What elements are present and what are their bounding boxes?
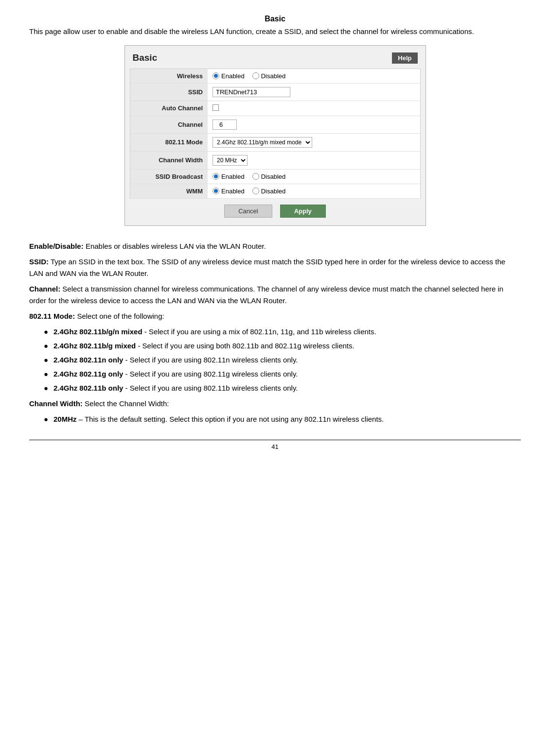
wmm-disabled-label: Disabled	[261, 188, 286, 195]
enable-disable-para: Enable/Disable: Enables or disables wire…	[29, 241, 521, 252]
ssid-broadcast-label: SSID Broadcast	[130, 169, 208, 184]
channel-width-intro-text: Select the Channel Width:	[85, 399, 169, 408]
ssid-desc-text: Type an SSID in the text box. The SSID o…	[29, 258, 505, 277]
wireless-enabled-option[interactable]: Enabled	[213, 72, 245, 80]
channel-width-option-term-0: 20MHz	[53, 415, 77, 423]
intro-text: This page allow user to enable and disab…	[29, 26, 521, 37]
wireless-enabled-radio[interactable]	[213, 72, 219, 79]
mode-option-term-3: 2.4Ghz 802.11g only	[53, 370, 123, 378]
help-button[interactable]: Help	[392, 52, 417, 64]
channel-desc-label: Channel:	[29, 285, 60, 293]
channel-value-cell	[208, 116, 420, 133]
ssid-broadcast-enabled-radio[interactable]	[213, 173, 219, 180]
wireless-value: Enabled Disabled	[208, 69, 420, 83]
wmm-enabled-radio[interactable]	[213, 188, 219, 194]
ssid-broadcast-disabled-radio[interactable]	[252, 173, 259, 180]
channel-width-value-cell: 20 MHz	[208, 151, 420, 169]
channel-label: Channel	[130, 116, 208, 133]
channel-width-options-list: 20MHz – This is the default setting. Sel…	[44, 413, 521, 425]
button-row: Cancel Apply	[130, 205, 421, 218]
ssid-broadcast-enabled-label: Enabled	[221, 173, 245, 180]
wireless-disabled-radio[interactable]	[252, 72, 259, 79]
mode-option-text-2: - Select if you are using 802.11n wirele…	[125, 356, 298, 364]
ssid-para: SSID: Type an SSID in the text box. The …	[29, 256, 521, 279]
auto-channel-label: Auto Channel	[130, 101, 208, 116]
ssid-value-cell	[208, 83, 420, 101]
panel-title: Basic	[133, 52, 158, 63]
enable-disable-label: Enable/Disable:	[29, 242, 84, 250]
mode-option-text-4: - Select if you are using 802.11b wirele…	[125, 384, 298, 392]
channel-para: Channel: Select a transmission channel f…	[29, 283, 521, 307]
ssid-desc-label: SSID:	[29, 258, 49, 266]
mode-option-term-4: 2.4Ghz 802.11b only	[53, 384, 123, 392]
mode-select[interactable]: 2.4Ghz 802.11b/g/n mixed mode	[213, 137, 312, 148]
wmm-enabled-option[interactable]: Enabled	[213, 188, 245, 195]
list-item: 2.4Ghz 802.11g only - Select if you are …	[44, 368, 521, 380]
auto-channel-value	[208, 101, 420, 116]
mode-option-text-1: - Select if you are using both 802.11b a…	[138, 342, 354, 350]
mode-option-term-2: 2.4Ghz 802.11n only	[53, 356, 123, 364]
cancel-button[interactable]: Cancel	[224, 205, 272, 218]
wmm-disabled-option[interactable]: Disabled	[252, 188, 286, 195]
channel-width-option-text-0: – This is the default setting. Select th…	[79, 415, 384, 423]
wireless-label: Wireless	[130, 69, 208, 83]
channel-width-label: Channel Width	[130, 151, 208, 169]
wmm-value: Enabled Disabled	[208, 184, 420, 198]
ssid-broadcast-value: Enabled Disabled	[208, 169, 420, 184]
wireless-disabled-label: Disabled	[261, 72, 286, 80]
list-item: 2.4Ghz 802.11b only - Select if you are …	[44, 382, 521, 394]
channel-width-para: Channel Width: Select the Channel Width:	[29, 398, 521, 410]
ssid-label: SSID	[130, 83, 208, 101]
mode-desc-label: 802.11 Mode:	[29, 312, 75, 320]
ssid-input[interactable]	[213, 87, 290, 97]
mode-para: 802.11 Mode: Select one of the following…	[29, 310, 521, 322]
mode-option-text-3: - Select if you are using 802.11g wirele…	[125, 370, 298, 378]
mode-option-text-0: - Select if you are using a mix of 802.1…	[144, 327, 376, 336]
list-item: 2.4Ghz 802.11b/g mixed - Select if you a…	[44, 340, 521, 352]
channel-desc-text: Select a transmission channel for wirele…	[29, 285, 503, 305]
ssid-broadcast-disabled-option[interactable]: Disabled	[252, 173, 286, 180]
wireless-disabled-option[interactable]: Disabled	[252, 72, 286, 80]
mode-value-cell: 2.4Ghz 802.11b/g/n mixed mode	[208, 133, 420, 151]
wmm-disabled-radio[interactable]	[252, 188, 259, 194]
wireless-enabled-label: Enabled	[221, 72, 245, 80]
mode-option-term-1: 2.4Ghz 802.11b/g mixed	[53, 342, 136, 350]
mode-option-term-0: 2.4Ghz 802.11b/g/n mixed	[53, 327, 142, 336]
channel-width-desc-label: Channel Width:	[29, 399, 83, 408]
apply-button[interactable]: Apply	[280, 205, 326, 218]
list-item: 2.4Ghz 802.11b/g/n mixed - Select if you…	[44, 326, 521, 338]
ssid-broadcast-disabled-label: Disabled	[261, 173, 286, 180]
enable-disable-text: Enables or disables wireless LAN via the…	[86, 242, 266, 250]
wmm-enabled-label: Enabled	[221, 188, 245, 195]
mode-label: 802.11 Mode	[130, 133, 208, 151]
description-section: Enable/Disable: Enables or disables wire…	[29, 241, 521, 425]
mode-options-list: 2.4Ghz 802.11b/g/n mixed - Select if you…	[44, 326, 521, 394]
wmm-label: WMM	[130, 184, 208, 198]
channel-width-select[interactable]: 20 MHz	[213, 155, 248, 166]
list-item: 20MHz – This is the default setting. Sel…	[44, 413, 521, 425]
page-number: 41	[29, 440, 521, 450]
mode-intro-text: Select one of the following:	[77, 312, 164, 320]
channel-input[interactable]	[213, 120, 237, 130]
ssid-broadcast-enabled-option[interactable]: Enabled	[213, 173, 245, 180]
list-item: 2.4Ghz 802.11n only - Select if you are …	[44, 354, 521, 366]
auto-channel-checkbox[interactable]	[213, 104, 219, 111]
page-title: Basic	[29, 15, 521, 23]
router-panel: Basic Help Wireless Enabled Disabled	[124, 45, 426, 226]
